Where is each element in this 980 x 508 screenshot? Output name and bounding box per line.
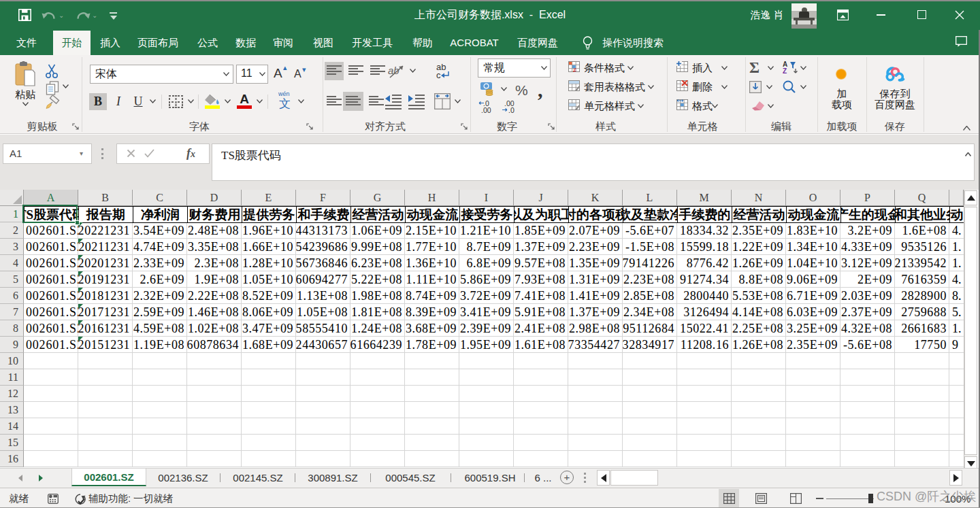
svg-text:c: c	[436, 70, 441, 80]
svg-text:≠: ≠	[573, 67, 576, 73]
svg-text:.00: .00	[481, 106, 491, 114]
svg-text:.0: .0	[508, 106, 514, 114]
svg-text:Z: Z	[783, 67, 787, 74]
